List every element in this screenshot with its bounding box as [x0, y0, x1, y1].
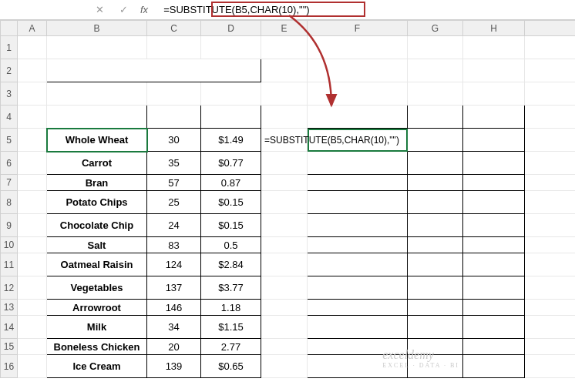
row-header[interactable]: 11 [1, 253, 18, 276]
header-quantity[interactable]: Quantity [147, 106, 201, 129]
select-all-corner[interactable] [1, 21, 18, 36]
formula-bar: ✕ ✓ fx =SUBSTITUTE(B5,CHAR(10),"") [0, 0, 575, 20]
col-header[interactable]: E [261, 21, 308, 36]
header-product[interactable]: Product [47, 106, 147, 129]
row-header[interactable]: 3 [1, 82, 18, 106]
formula-cancel-button[interactable]: ✕ [92, 4, 107, 15]
col-header[interactable]: F [308, 21, 408, 36]
row-header[interactable]: 4 [1, 106, 18, 129]
row-header[interactable]: 9 [1, 214, 18, 237]
spreadsheet-grid: A B C D E F G H 1 2Sales on 11th April'2… [0, 20, 575, 378]
header-quantity-2[interactable]: Quantity [408, 106, 463, 129]
formula-input[interactable]: =SUBSTITUTE(B5,CHAR(10),"") [157, 4, 575, 15]
col-header[interactable]: G [408, 21, 463, 36]
cell[interactable]: 30 [147, 129, 201, 152]
column-header-row: A B C D E F G H [1, 21, 576, 36]
cell[interactable] [18, 36, 47, 59]
title-cell[interactable]: Sales on 11th April'22 [47, 59, 261, 82]
row-header[interactable]: 15 [1, 339, 18, 355]
formula-confirm-button[interactable]: ✓ [116, 4, 131, 15]
row-header[interactable]: 8 [1, 191, 18, 214]
row-header[interactable]: 14 [1, 316, 18, 339]
col-header[interactable]: H [463, 21, 525, 36]
col-header[interactable]: B [47, 21, 147, 36]
col-header[interactable]: D [201, 21, 261, 36]
row-header[interactable]: 16 [1, 355, 18, 378]
header-unit-price[interactable]: Unit Price [201, 106, 261, 129]
row-header[interactable]: 12 [1, 276, 18, 300]
header-unit-price-2[interactable]: Unit Price [463, 106, 525, 129]
cell-b5-selected[interactable]: Whole Wheat [47, 129, 147, 152]
row-header[interactable]: 13 [1, 300, 18, 316]
col-header[interactable] [525, 21, 576, 36]
fx-icon[interactable]: fx [140, 4, 148, 15]
row-header[interactable]: 6 [1, 152, 18, 175]
row-header[interactable]: 1 [1, 36, 18, 59]
row-header[interactable]: 7 [1, 175, 18, 191]
cell[interactable]: Carrot [47, 152, 147, 175]
row-header[interactable]: 5 [1, 129, 18, 152]
header-product-2[interactable]: Product [308, 106, 408, 129]
col-header[interactable]: C [147, 21, 201, 36]
row-header[interactable]: 10 [1, 237, 18, 253]
cell-inline-formula[interactable]: =SUBSTITUTE(B5,CHAR(10),"") [261, 129, 308, 152]
cell[interactable]: $1.49 [201, 129, 261, 152]
col-header[interactable]: A [18, 21, 47, 36]
row-header[interactable]: 2 [1, 59, 18, 82]
